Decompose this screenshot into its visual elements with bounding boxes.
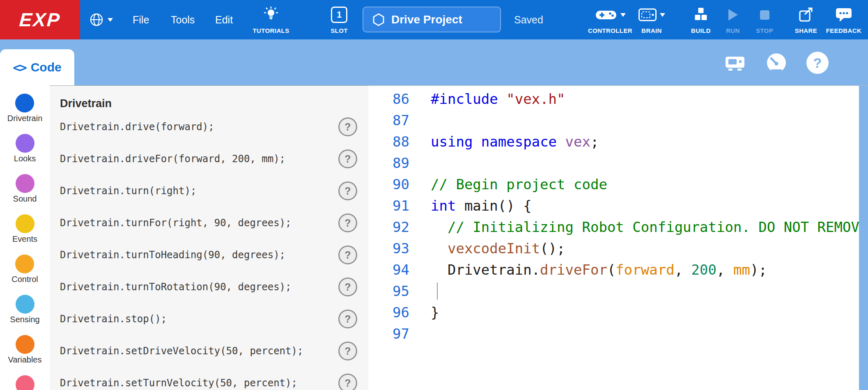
project-name-button[interactable]: Drive Project [363, 7, 501, 32]
command-text: Drivetrain.turnToRotation(90, degrees); [60, 281, 292, 293]
code-line: 87 [368, 110, 868, 131]
line-number: 93 [368, 240, 409, 257]
category-color-dot [16, 134, 34, 153]
code-text: // Begin project code [431, 176, 607, 193]
code-line: 92 // Initializing Robot Configuration. … [368, 216, 868, 238]
category-label: Sound [13, 194, 37, 204]
help-glyph: ? [813, 55, 822, 71]
category-label: Variables [8, 355, 42, 365]
tab-code[interactable]: <> Code [0, 49, 74, 85]
command-help-button[interactable]: ? [338, 149, 357, 168]
device-info-button[interactable] [723, 51, 746, 74]
command-item[interactable]: Drivetrain.setTurnVelocity(50, percent);… [60, 367, 368, 390]
save-status: Saved [514, 0, 543, 39]
sidebar-category-events[interactable]: Events [12, 214, 37, 244]
command-item[interactable]: Drivetrain.driveFor(forward, 200, mm);? [60, 143, 368, 175]
command-help-button[interactable]: ? [338, 181, 357, 200]
command-help-button[interactable]: ? [338, 117, 357, 136]
code-editor[interactable]: 86#include "vex.h"8788using namespace ve… [368, 85, 868, 390]
sidebar-category-looks[interactable]: Looks [14, 134, 36, 163]
sidebar-category-sound[interactable]: Sound [13, 174, 37, 204]
top-toolbar: EXP File Tools Edit TUTORIALS [0, 0, 868, 39]
feedback-button[interactable]: FEEDBACK [821, 5, 866, 34]
line-number: 96 [368, 304, 409, 321]
code-text: } [431, 304, 439, 321]
command-help-button[interactable]: ? [338, 213, 357, 232]
command-item[interactable]: Drivetrain.turnFor(right, 90, degrees);? [60, 207, 368, 239]
share-button[interactable]: SHARE [792, 5, 820, 34]
sidebar-category-control[interactable]: Control [11, 255, 38, 284]
menu-file[interactable]: File [133, 0, 149, 39]
command-help-button[interactable]: ? [338, 310, 357, 328]
command-help-button[interactable]: ? [338, 278, 357, 296]
sidebar-category-sensing[interactable]: Sensing [10, 295, 39, 324]
code-text: #include "vex.h" [431, 91, 565, 107]
command-text: Drivetrain.setTurnVelocity(50, percent); [60, 377, 297, 389]
brain-label: BRAIN [641, 27, 662, 34]
run-button[interactable]: RUN [719, 5, 747, 34]
code-line: 88using namespace vex; [368, 131, 868, 152]
globe-icon [89, 12, 104, 28]
command-text: Drivetrain.turnToHeading(90, degrees); [60, 249, 285, 261]
sidebar-category-8[interactable] [16, 375, 34, 390]
command-item[interactable]: Drivetrain.turnToRotation(90, degrees);? [60, 271, 368, 303]
code-line: 97 [368, 323, 868, 344]
code-line: 90// Begin project code [368, 174, 868, 195]
project-name: Drive Project [391, 13, 462, 26]
command-text: Drivetrain.stop(); [60, 313, 167, 325]
category-label: Control [11, 275, 38, 284]
command-text: Drivetrain.setDriveVelocity(50, percent)… [60, 345, 303, 357]
sidebar-category-drivetrain[interactable]: Drivetrain [7, 94, 43, 123]
help-icon: ? [806, 52, 829, 74]
code-text: // Initializing Robot Configuration. DO … [431, 219, 868, 235]
command-item[interactable]: Drivetrain.stop();? [60, 303, 368, 335]
category-color-dot [16, 214, 34, 233]
help-button[interactable]: ? [806, 51, 829, 74]
command-help-button[interactable]: ? [338, 245, 357, 264]
slot-label: SLOT [331, 27, 348, 34]
line-number: 95 [368, 283, 409, 299]
controller-label: CONTROLLER [588, 27, 632, 34]
build-label: BUILD [691, 27, 711, 34]
category-color-dot [16, 335, 34, 354]
chevron-down-icon [659, 13, 666, 17]
menu-edit[interactable]: Edit [215, 0, 233, 39]
code-line: 86#include "vex.h" [368, 88, 868, 110]
command-item[interactable]: Drivetrain.setDriveVelocity(50, percent)… [60, 335, 368, 367]
line-number: 94 [368, 262, 409, 278]
menu-tools[interactable]: Tools [171, 0, 195, 39]
stop-button[interactable]: STOP [750, 5, 779, 34]
vex-exp-logo: EXP [0, 0, 80, 39]
secondary-toolbar: <> Code ? [0, 39, 868, 85]
line-number: 87 [368, 112, 409, 128]
indent-guide [437, 282, 438, 300]
brain-button[interactable]: BRAIN [632, 5, 671, 34]
slot-button[interactable]: 1 SLOT [323, 5, 356, 34]
play-icon [727, 8, 739, 21]
controller-button[interactable]: CONTROLLER [580, 5, 640, 34]
code-line: 96} [368, 302, 868, 323]
command-help-button[interactable]: ? [338, 342, 357, 360]
language-menu-button[interactable] [89, 0, 113, 39]
scrollbar[interactable] [859, 86, 868, 390]
line-number: 90 [368, 176, 409, 193]
device-info-icon [723, 53, 746, 73]
sidebar-category-variables[interactable]: Variables [8, 335, 42, 365]
command-item[interactable]: Drivetrain.turnToHeading(90, degrees);? [60, 239, 368, 271]
palette-header: Drivetrain [60, 96, 368, 111]
command-item[interactable]: Drivetrain.drive(forward);? [60, 111, 368, 143]
build-button[interactable]: BUILD [685, 5, 716, 34]
category-color-dot [15, 255, 34, 273]
category-label: Looks [14, 154, 36, 163]
command-help-button[interactable]: ? [338, 374, 357, 390]
code-text: vexcodeInit(); [431, 240, 565, 257]
code-lines: 86#include "vex.h"8788using namespace ve… [368, 88, 868, 344]
category-color-dot [16, 375, 34, 390]
tutorials-button[interactable]: TUTORIALS [246, 5, 296, 34]
line-number: 86 [368, 91, 409, 107]
dashboard-button[interactable] [765, 51, 788, 74]
code-text [431, 282, 438, 300]
tutorials-label: TUTORIALS [253, 27, 289, 34]
lightbulb-icon [262, 6, 280, 24]
command-item[interactable]: Drivetrain.turn(right);? [60, 175, 368, 207]
